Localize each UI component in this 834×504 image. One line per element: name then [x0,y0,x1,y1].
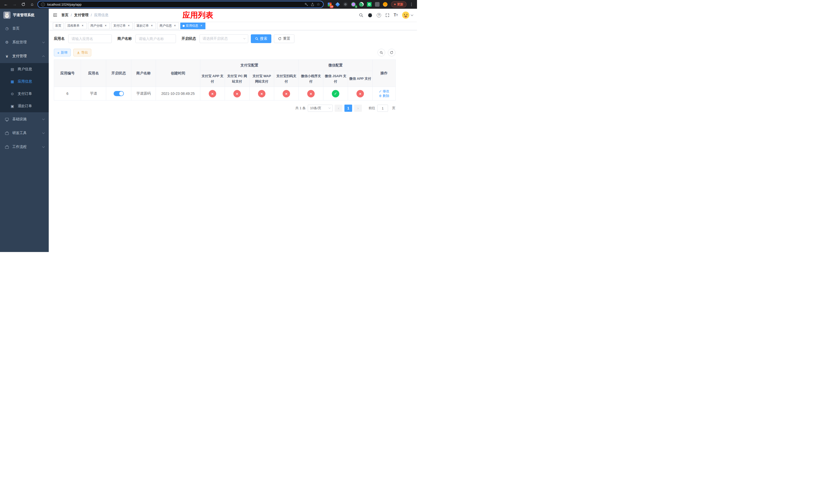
merchant-name-input[interactable] [135,35,176,43]
browser-menu-icon[interactable]: ⋮ [409,2,414,7]
tab-payment-orders[interactable]: 支付订单× [111,23,133,29]
status-cross-icon: × [307,90,315,97]
page-size-select[interactable]: 10条/页 [308,105,333,112]
app-name-input[interactable] [68,35,112,43]
password-key-icon[interactable] [304,3,308,6]
extension-chat-icon[interactable] [367,2,372,7]
edit-link[interactable]: 修改 [379,89,389,94]
status-cross-icon: × [356,90,364,97]
tab-merchant-info[interactable]: 商户信息× [157,23,179,29]
export-button[interactable]: 导出 [73,49,91,56]
extension-person-icon[interactable] [382,2,388,7]
close-icon[interactable]: × [127,24,131,28]
site-info-icon[interactable]: i [41,3,45,6]
sidebar-item-infrastructure[interactable]: 基础设施 [0,112,49,126]
extension-gem-icon[interactable] [335,2,340,7]
extension-dark-icon[interactable] [343,2,348,7]
font-size-icon[interactable]: TT [394,13,398,17]
extension-profile-icon[interactable]: 1 [351,2,356,7]
bookmark-star-icon[interactable]: ☆ [317,2,320,7]
cell-app-name: 芋道 [81,87,106,100]
grid-icon: ▦ [10,79,15,84]
help-icon[interactable]: ? [377,13,381,18]
refresh-table-button[interactable] [388,49,395,56]
reload-icon[interactable] [20,1,27,8]
url-bar[interactable]: i localhost:1024/pay/app ☆ [38,1,324,8]
close-icon[interactable]: × [104,24,107,28]
extension-badge: 10 [330,5,334,8]
column-header: 操作 [373,60,396,87]
status-label: 开启状态 [181,37,196,41]
column-header: 应用编号 [54,60,81,87]
column-header: 支付宝 WAP 网站支付 [249,71,274,87]
extension-palette-icon[interactable]: 10 [327,2,332,7]
goto-label: 前往 [369,106,375,111]
page-number-button[interactable]: 1 [345,105,352,112]
back-icon[interactable]: ← [3,1,9,8]
enable-toggle[interactable] [114,91,124,96]
search-icon [379,51,383,54]
goto-page-input[interactable] [377,105,388,112]
status-cross-icon: × [283,90,290,97]
home-icon[interactable]: ⌂ [29,1,36,8]
column-header: 创建时间 [156,60,200,87]
update-label: 更新 [397,2,403,7]
tab-process-form[interactable]: 流程表单× [65,23,87,29]
sidebar-item-refund-orders[interactable]: ▣ 退款订单 [0,100,49,112]
delete-link[interactable]: 删除 [379,94,389,98]
breadcrumb-home[interactable]: 首页 [61,13,68,18]
search-icon [255,37,259,41]
filter-form: 应用名 商户名称 开启状态 请选择开启状态 搜索 重置 [54,35,395,43]
page-title: 应用列表 [182,10,213,21]
next-page-button[interactable]: › [354,105,362,112]
active-dot-icon [182,25,185,27]
extension-puzzle-icon[interactable] [374,2,380,7]
tab-home[interactable]: 首页 [53,23,64,29]
table-row: 6 芋道 芋道源码 2021-10-23 08:49:25 × × × × × [54,87,396,100]
cell-merchant: 芋道源码 [131,87,156,100]
status-select[interactable]: 请选择开启状态 [199,35,248,43]
tab-refund-orders[interactable]: 退款订单× [134,23,156,29]
search-icon[interactable] [359,13,364,18]
cell-status [106,87,131,100]
merchant-name-label: 商户名称 [117,37,132,41]
close-icon[interactable]: × [150,24,154,28]
add-button[interactable]: + 新增 [54,49,71,56]
extension-wechat-icon[interactable] [358,2,364,7]
reset-button[interactable]: 重置 [274,35,294,43]
fullscreen-icon[interactable] [385,13,390,18]
close-icon[interactable]: × [81,24,84,28]
yen-icon: ¥ [4,54,9,59]
close-icon[interactable]: × [199,24,203,28]
sidebar-item-app-info[interactable]: ▦ 应用信息 [0,75,49,88]
breadcrumb-payment[interactable]: 支付管理 [74,13,88,18]
chevron-down-icon [243,37,245,39]
tab-user-group[interactable]: 用户分组× [88,23,110,29]
page-unit-label: 页 [392,106,395,111]
prev-page-button[interactable]: ‹ [335,105,343,112]
search-button[interactable]: 搜索 [251,35,271,43]
sidebar-item-home[interactable]: ◷ 首页 [0,22,49,36]
toggle-search-button[interactable] [377,49,385,56]
status-cross-icon: × [258,90,265,97]
status-cross-icon: × [233,90,241,97]
github-icon[interactable] [368,13,373,18]
tab-app-info[interactable]: 应用信息× [180,23,205,29]
forward-icon[interactable]: → [11,1,18,8]
column-group-wechat: 微信配置 [299,60,373,71]
collapse-menu-icon[interactable] [53,13,58,18]
update-button[interactable]: 更新 [391,1,407,7]
sidebar-item-system[interactable]: ⚙ 系统管理 [0,36,49,49]
sidebar-item-merchant-info[interactable]: ▤ 商户信息 [0,63,49,75]
sidebar-item-payment[interactable]: ¥ 支付管理 [0,49,49,63]
close-icon[interactable]: × [173,24,177,28]
sidebar-item-workflow[interactable]: 工作流程 [0,140,49,154]
share-icon[interactable] [311,3,314,6]
user-menu[interactable] [402,11,413,19]
payment-submenu: ▤ 商户信息 ▦ 应用信息 ⊙ 支付订单 ▣ 退款订单 [0,63,49,112]
refresh-icon [390,51,393,54]
sidebar-item-payment-orders[interactable]: ⊙ 支付订单 [0,88,49,100]
sidebar-item-dev-tools[interactable]: 研发工具 [0,126,49,140]
breadcrumb: 首页 / 支付管理 / 应用信息 [61,13,109,18]
chevron-down-icon [329,107,331,109]
